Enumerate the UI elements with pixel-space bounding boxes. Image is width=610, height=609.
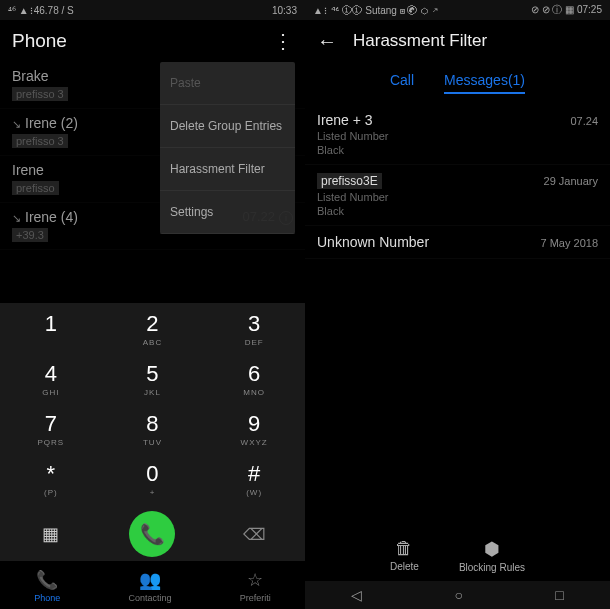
key-6[interactable]: 6MNO xyxy=(203,353,305,403)
home-nav-icon[interactable]: ○ xyxy=(455,587,463,603)
key-4[interactable]: 4GHI xyxy=(0,353,102,403)
filter-tabs: Call Messages(1) xyxy=(305,62,610,104)
key-5[interactable]: 5JKL xyxy=(102,353,204,403)
filter-contact-name: prefisso3E xyxy=(317,173,382,189)
trash-icon: 🗑 xyxy=(390,538,419,559)
overflow-menu-icon[interactable]: ⋮ xyxy=(273,29,293,53)
harassment-filter-screen: ▲⫶ ⁴⁶ ⓘⓘ Sutang ▣ ✆ ⬡ ↗ ⊘ ⊘ ⓘ ▦ 07:25 ← … xyxy=(305,0,610,609)
key-hash[interactable]: #(W) xyxy=(203,453,305,503)
contact-detail: +39.3 xyxy=(12,228,48,242)
shield-icon: ⬢ xyxy=(459,538,525,560)
tab-phone[interactable]: 📞Phone xyxy=(34,569,60,603)
key-7[interactable]: 7PQRS xyxy=(0,403,102,453)
status-bar-left: ⁴⁶ ▲⫶46.78 / S 10:33 xyxy=(0,0,305,20)
tab-favorites[interactable]: ☆Preferiti xyxy=(240,569,271,603)
contact-detail: prefisso xyxy=(12,181,59,195)
dialpad-grid: 1 2ABC 3DEF 4GHI 5JKL 6MNO 7PQRS 8TUV 9W… xyxy=(0,303,305,503)
menu-harassment-filter[interactable]: Harassment Filter xyxy=(160,148,295,191)
filter-list-item[interactable]: Unknown Number 7 May 2018 xyxy=(305,226,610,259)
menu-settings[interactable]: Settings xyxy=(160,191,295,234)
android-nav-bar: ◁ ○ □ xyxy=(305,581,610,609)
contacts-icon: 👥 xyxy=(128,569,171,591)
filter-contact-name: Unknown Number xyxy=(317,234,429,250)
filter-time: 29 January xyxy=(544,175,598,187)
overflow-popup-menu: Paste Delete Group Entries Harassment Fi… xyxy=(160,62,295,234)
key-2[interactable]: 2ABC xyxy=(102,303,204,353)
tab-contacts[interactable]: 👥Contacting xyxy=(128,569,171,603)
dialpad-action-row: ▦ 📞 ⌫ xyxy=(0,503,305,561)
tab-messages[interactable]: Messages(1) xyxy=(444,72,525,94)
contact-name: Irene (2) xyxy=(25,115,78,131)
apps-grid-icon[interactable]: ▦ xyxy=(0,523,102,545)
recent-nav-icon[interactable]: □ xyxy=(555,587,563,603)
bottom-tab-bar: 📞Phone 👥Contacting ☆Preferiti xyxy=(0,561,305,609)
key-1[interactable]: 1 xyxy=(0,303,102,353)
filter-header: ← Harassment Filter xyxy=(305,20,610,62)
back-arrow-icon[interactable]: ← xyxy=(317,30,337,53)
key-9[interactable]: 9WXYZ xyxy=(203,403,305,453)
menu-delete-group[interactable]: Delete Group Entries xyxy=(160,105,295,148)
phone-icon: 📞 xyxy=(34,569,60,591)
call-direction-icon: ↘ xyxy=(12,212,21,224)
status-bar-right: ▲⫶ ⁴⁶ ⓘⓘ Sutang ▣ ✆ ⬡ ↗ ⊘ ⊘ ⓘ ▦ 07:25 xyxy=(305,0,610,20)
filter-title: Harassment Filter xyxy=(353,31,487,51)
key-8[interactable]: 8TUV xyxy=(102,403,204,453)
filter-time: 07.24 xyxy=(570,115,598,127)
call-direction-icon: ↘ xyxy=(12,118,21,130)
contact-name: Irene (4) xyxy=(25,209,78,225)
key-3[interactable]: 3DEF xyxy=(203,303,305,353)
phone-header: Phone ⋮ xyxy=(0,20,305,62)
filter-detail: Listed Number xyxy=(317,130,598,142)
menu-paste: Paste xyxy=(160,62,295,105)
contact-detail: prefisso 3 xyxy=(12,87,68,101)
tab-call[interactable]: Call xyxy=(390,72,414,94)
clock: 10:33 xyxy=(272,5,297,16)
filter-list-type: Black xyxy=(317,205,598,217)
dialpad-panel: 1 2ABC 3DEF 4GHI 5JKL 6MNO 7PQRS 8TUV 9W… xyxy=(0,303,305,609)
filter-detail: Listed Number xyxy=(317,191,598,203)
call-log-content: Brake prefisso 3 ↘Irene (2) prefisso 3 I… xyxy=(0,62,305,609)
filter-list-item[interactable]: Irene + 3 07.24 Listed Number Black xyxy=(305,104,610,165)
star-icon: ☆ xyxy=(240,569,271,591)
blocking-rules-action[interactable]: ⬢Blocking Rules xyxy=(459,538,525,573)
filter-list-item[interactable]: prefisso3E 29 January Listed Number Blac… xyxy=(305,165,610,226)
filter-time: 7 May 2018 xyxy=(541,237,598,249)
bottom-action-bar: 🗑Delete ⬢Blocking Rules xyxy=(305,530,610,581)
signal-info: ⁴⁶ ▲⫶46.78 / S xyxy=(8,5,74,16)
status-icons-right: ⊘ ⊘ ⓘ ▦ 07:25 xyxy=(531,3,602,17)
dial-button[interactable]: 📞 xyxy=(129,511,175,557)
filter-contact-name: Irene + 3 xyxy=(317,112,373,128)
filter-content: Call Messages(1) Irene + 3 07.24 Listed … xyxy=(305,62,610,609)
delete-action[interactable]: 🗑Delete xyxy=(390,538,419,573)
back-nav-icon[interactable]: ◁ xyxy=(351,587,362,603)
app-title: Phone xyxy=(12,30,67,52)
phone-app-screen: ⁴⁶ ▲⫶46.78 / S 10:33 Phone ⋮ Brake prefi… xyxy=(0,0,305,609)
status-icons-left: ▲⫶ ⁴⁶ ⓘⓘ Sutang ▣ ✆ ⬡ ↗ xyxy=(313,5,438,16)
filter-list-type: Black xyxy=(317,144,598,156)
backspace-icon[interactable]: ⌫ xyxy=(203,525,305,544)
key-0[interactable]: 0+ xyxy=(102,453,204,503)
key-star[interactable]: *(P) xyxy=(0,453,102,503)
contact-detail: prefisso 3 xyxy=(12,134,68,148)
